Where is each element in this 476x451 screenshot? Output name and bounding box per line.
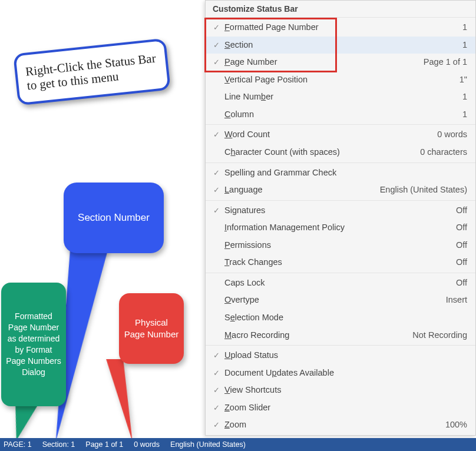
menu-item-label: Page Number xyxy=(224,57,416,68)
menu-item[interactable]: ✓Document Updates Available xyxy=(206,364,475,382)
check-icon: ✓ xyxy=(208,350,224,361)
menu-item[interactable]: Information Management PolicyOff xyxy=(206,219,475,237)
menu-item[interactable]: ✓Zoom100% xyxy=(206,416,475,434)
status-section[interactable]: Section: 1 xyxy=(42,440,75,449)
check-icon: ✓ xyxy=(208,205,224,216)
menu-item-value: Off xyxy=(449,257,467,268)
menu-item-value: 100% xyxy=(438,419,467,431)
callout-green-tail xyxy=(11,405,38,440)
menu-item[interactable]: ✓Word Count0 words xyxy=(206,126,475,144)
menu-item[interactable]: ✓Upload Status xyxy=(206,347,475,364)
menu-item-label: Overtype xyxy=(224,294,439,306)
menu-item[interactable]: Selection Mode xyxy=(206,309,475,327)
check-icon: ✓ xyxy=(208,130,224,140)
check-icon: ✓ xyxy=(208,368,224,379)
menu-item-value: 1 xyxy=(455,109,467,121)
menu-item[interactable]: Macro RecordingNot Recording xyxy=(206,327,475,344)
status-page[interactable]: PAGE: 1 xyxy=(4,440,32,449)
menu-item[interactable]: ✓Spelling and Grammar Check xyxy=(206,164,475,182)
menu-item-label: Information Management Policy xyxy=(224,222,449,234)
menu-item-value: Off xyxy=(449,205,467,217)
menu-item[interactable]: ✓Formatted Page Number1 xyxy=(206,19,475,37)
menu-item-label: Column xyxy=(224,109,455,121)
menu-item-label: Document Updates Available xyxy=(224,367,460,379)
menu-item-label: Word Count xyxy=(224,129,430,141)
menu-group: ✓SignaturesOffInformation Management Pol… xyxy=(206,200,475,273)
menu-item-label: Selection Mode xyxy=(224,312,460,324)
check-icon: ✓ xyxy=(208,168,224,178)
menu-item-label: Track Changes xyxy=(224,257,449,268)
menu-item-value: English (United States) xyxy=(373,184,467,196)
menu-item-value: 0 words xyxy=(430,129,467,141)
menu-item-value: 0 characters xyxy=(413,147,467,158)
menu-item-label: Formatted Page Number xyxy=(224,22,455,34)
menu-item-label: View Shortcuts xyxy=(224,384,460,396)
menu-item[interactable]: Line Number1 xyxy=(206,88,475,106)
menu-item-value: Off xyxy=(449,240,467,251)
menu-item-label: Vertical Page Position xyxy=(224,74,452,86)
instruction-callout: Right-Click the Status Bar to get to thi… xyxy=(13,38,171,106)
callout-red-text: Physical Page Number xyxy=(124,317,179,341)
menu-item[interactable]: ✓Zoom Slider xyxy=(206,399,475,417)
menu-item[interactable]: ✓Section1 xyxy=(206,37,475,54)
menu-item-value: Insert xyxy=(439,294,467,306)
check-icon: ✓ xyxy=(208,22,224,33)
callout-red-tail xyxy=(106,359,135,442)
check-icon: ✓ xyxy=(208,403,224,413)
menu-item[interactable]: Vertical Page Position1" xyxy=(206,71,475,89)
menu-group: ✓Upload Status✓Document Updates Availabl… xyxy=(206,345,475,435)
menu-item[interactable]: Caps LockOff xyxy=(206,274,475,292)
menu-item-label: Macro Recording xyxy=(224,330,405,341)
menu-group: ✓Formatted Page Number1✓Section1✓Page Nu… xyxy=(206,17,475,124)
menu-item[interactable]: Column1 xyxy=(206,106,475,124)
callout-formatted-page-number: Formatted Page Number as determined by F… xyxy=(1,283,66,406)
menu-item-label: Permissions xyxy=(224,240,449,251)
menu-item-label: Line Number xyxy=(224,91,455,103)
menu-item-value: 1 xyxy=(455,22,467,34)
status-language[interactable]: English (United States) xyxy=(170,440,246,449)
menu-item-label: Spelling and Grammar Check xyxy=(224,167,460,179)
menu-item-label: Language xyxy=(224,184,373,196)
menu-item[interactable]: OvertypeInsert xyxy=(206,291,475,309)
menu-item-value: Not Recording xyxy=(405,330,467,341)
menu-item[interactable]: ✓Page NumberPage 1 of 1 xyxy=(206,54,475,71)
check-icon: ✓ xyxy=(208,40,224,51)
menu-group: ✓Spelling and Grammar Check✓LanguageEngl… xyxy=(206,163,475,200)
menu-item-value: Off xyxy=(449,277,467,289)
menu-item[interactable]: ✓View Shortcuts xyxy=(206,382,475,399)
check-icon: ✓ xyxy=(208,385,224,396)
menu-item-label: Zoom Slider xyxy=(224,402,460,414)
menu-item-value: Page 1 of 1 xyxy=(416,57,467,68)
menu-item[interactable]: ✓LanguageEnglish (United States) xyxy=(206,181,475,199)
instruction-text: Right-Click the Status Bar to get to thi… xyxy=(25,51,157,93)
check-icon: ✓ xyxy=(208,185,224,195)
menu-item-label: Signatures xyxy=(224,205,449,217)
callout-physical-page-number: Physical Page Number xyxy=(119,293,184,364)
menu-item[interactable]: ✓SignaturesOff xyxy=(206,202,475,220)
menu-item-label: Zoom xyxy=(224,419,438,431)
menu-item-label: Caps Lock xyxy=(224,277,449,289)
callout-green-text: Formatted Page Number as determined by F… xyxy=(5,311,62,377)
menu-title: Customize Status Bar xyxy=(206,1,475,17)
callout-section-number: Section Number xyxy=(64,183,164,253)
menu-item-label: Upload Status xyxy=(224,350,460,362)
menu-item-value: Off xyxy=(449,222,467,234)
menu-item[interactable]: Track ChangesOff xyxy=(206,254,475,271)
menu-item-label: Character Count (with spaces) xyxy=(224,147,413,158)
check-icon: ✓ xyxy=(208,420,224,430)
menu-group: ✓Word Count0 wordsCharacter Count (with … xyxy=(206,124,475,162)
menu-item-label: Section xyxy=(224,39,455,51)
callout-blue-text: Section Number xyxy=(78,211,150,224)
menu-item-value: 1 xyxy=(455,91,467,103)
menu-item-value: 1" xyxy=(452,74,467,86)
menu-item[interactable]: PermissionsOff xyxy=(206,237,475,254)
status-words[interactable]: 0 words xyxy=(134,440,160,449)
status-page-of[interactable]: Page 1 of 1 xyxy=(85,440,123,449)
menu-group: Caps LockOffOvertypeInsertSelection Mode… xyxy=(206,273,475,345)
customize-status-bar-menu: Customize Status Bar ✓Formatted Page Num… xyxy=(205,0,476,436)
menu-item-value: 1 xyxy=(455,39,467,51)
check-icon: ✓ xyxy=(208,57,224,68)
menu-item[interactable]: Character Count (with spaces)0 character… xyxy=(206,144,475,161)
status-bar[interactable]: PAGE: 1 Section: 1 Page 1 of 1 0 words E… xyxy=(0,438,476,451)
